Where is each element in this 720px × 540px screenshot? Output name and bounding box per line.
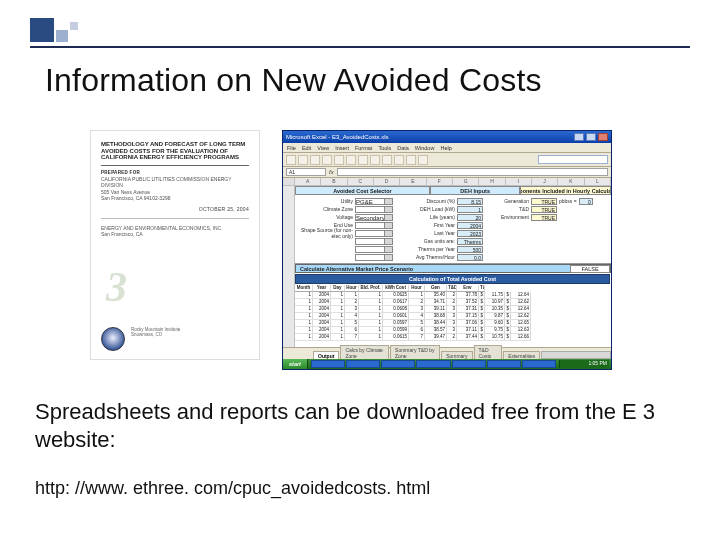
cut-icon[interactable]: [334, 155, 344, 165]
table-cell[interactable]: 10.97: [485, 299, 505, 306]
table-cell[interactable]: 0.0608: [383, 306, 409, 313]
table-cell[interactable]: 37.11: [457, 327, 479, 334]
column-header[interactable]: L: [585, 178, 611, 185]
input-value[interactable]: Therms: [457, 238, 483, 245]
calc-scenario-value[interactable]: FALSE: [570, 265, 610, 273]
table-cell[interactable]: 34.71: [425, 299, 447, 306]
zoom-icon[interactable]: [418, 155, 428, 165]
horizontal-scrollbar[interactable]: [541, 351, 611, 359]
dropdown[interactable]: Secondary: [355, 214, 393, 221]
table-cell[interactable]: 37.31: [457, 306, 479, 313]
table-cell[interactable]: 12.62: [511, 299, 531, 306]
table-header-cell[interactable]: Month: [295, 285, 313, 292]
column-header[interactable]: I: [506, 178, 532, 185]
table-cell[interactable]: 3: [409, 306, 425, 313]
table-cell[interactable]: 1: [295, 327, 313, 334]
save-icon[interactable]: [310, 155, 320, 165]
dropdown[interactable]: [355, 246, 393, 253]
table-cell[interactable]: 12.66: [511, 334, 531, 341]
table-cell[interactable]: 1: [331, 327, 345, 334]
taskbar-item[interactable]: [452, 360, 486, 368]
taskbar-item[interactable]: [311, 360, 345, 368]
table-cell[interactable]: 0.0625: [383, 292, 409, 299]
table-cell[interactable]: 37.78: [457, 292, 479, 299]
table-cell[interactable]: 38.44: [425, 320, 447, 327]
table-cell[interactable]: 0.0617: [383, 299, 409, 306]
name-box[interactable]: A1: [286, 168, 326, 176]
table-cell[interactable]: 39.47: [425, 334, 447, 341]
table-cell[interactable]: 3: [345, 306, 359, 313]
dropdown[interactable]: [355, 206, 393, 213]
input-value[interactable]: 8.15: [457, 198, 483, 205]
column-header[interactable]: G: [453, 178, 479, 185]
table-row[interactable]: 120041110.0625135.40237.78$11.75$12.64: [295, 292, 611, 299]
table-cell[interactable]: 6: [345, 327, 359, 334]
table-header-cell[interactable]: Env: [457, 285, 479, 292]
column-header[interactable]: H: [479, 178, 505, 185]
table-cell[interactable]: 11.75: [485, 292, 505, 299]
table-cell[interactable]: 2004: [313, 327, 331, 334]
menu-edit[interactable]: Edit: [302, 145, 311, 151]
taskbar-item[interactable]: [346, 360, 380, 368]
table-cell[interactable]: 2: [447, 292, 457, 299]
print-icon[interactable]: [322, 155, 332, 165]
table-cell[interactable]: 5: [345, 320, 359, 327]
table-cell[interactable]: 9.60: [485, 320, 505, 327]
table-cell[interactable]: 2004: [313, 320, 331, 327]
table-header-cell[interactable]: Year: [313, 285, 331, 292]
table-cell[interactable]: 12.64: [511, 292, 531, 299]
sheet-tab[interactable]: T&D Costs: [474, 345, 503, 360]
table-cell[interactable]: 2: [447, 299, 457, 306]
table-cell[interactable]: 1: [331, 313, 345, 320]
table-cell[interactable]: 7: [409, 334, 425, 341]
table-row[interactable]: 120041710.0615739.47237.44$10.75$12.66: [295, 334, 611, 341]
table-cell[interactable]: 10.35: [485, 306, 505, 313]
table-cell[interactable]: 7: [345, 334, 359, 341]
taskbar-item[interactable]: [487, 360, 521, 368]
table-header-cell[interactable]: Hour: [409, 285, 425, 292]
table-cell[interactable]: 1: [359, 299, 383, 306]
table-row[interactable]: 120041310.0608339.11337.31$10.35$12.64: [295, 306, 611, 313]
column-header[interactable]: A: [295, 178, 321, 185]
table-header-cell[interactable]: Day: [331, 285, 345, 292]
input-value[interactable]: 2004: [457, 222, 483, 229]
table-cell[interactable]: 1: [331, 306, 345, 313]
close-button[interactable]: [598, 133, 608, 141]
table-header-cell[interactable]: Hour: [345, 285, 359, 292]
table-cell[interactable]: 39.11: [425, 306, 447, 313]
dropdown[interactable]: [355, 238, 393, 245]
input-value[interactable]: 1: [457, 206, 483, 213]
column-header[interactable]: E: [400, 178, 426, 185]
menu-view[interactable]: View: [317, 145, 329, 151]
table-cell[interactable]: 6: [409, 327, 425, 334]
table-cell[interactable]: 1: [359, 292, 383, 299]
dropdown[interactable]: [355, 222, 393, 229]
table-cell[interactable]: 1: [295, 306, 313, 313]
table-cell[interactable]: 9.75: [485, 327, 505, 334]
sheet-tab[interactable]: Calcs by Climate Zone: [340, 345, 389, 360]
open-icon[interactable]: [298, 155, 308, 165]
table-cell[interactable]: 10.75: [485, 334, 505, 341]
table-cell[interactable]: 12.62: [511, 313, 531, 320]
taskbar-item[interactable]: [416, 360, 450, 368]
table-cell[interactable]: 4: [409, 313, 425, 320]
table-cell[interactable]: 3: [447, 306, 457, 313]
table-cell[interactable]: 0.0601: [383, 313, 409, 320]
table-cell[interactable]: 1: [359, 313, 383, 320]
table-cell[interactable]: 9.87: [485, 313, 505, 320]
worksheet[interactable]: ABCDEFGHIJKL Avoided Cost Selector DEH I…: [283, 178, 611, 347]
table-row[interactable]: 120041210.0617234.71237.52$10.97$12.62: [295, 299, 611, 306]
table-cell[interactable]: 2004: [313, 334, 331, 341]
column-headers[interactable]: ABCDEFGHIJKL: [283, 178, 611, 186]
table-header-cell[interactable]: kWh Cost: [383, 285, 409, 292]
table-cell[interactable]: 37.44: [457, 334, 479, 341]
input-value[interactable]: TRUE: [531, 206, 557, 213]
sort-icon[interactable]: [394, 155, 404, 165]
sheet-tab[interactable]: Summary T&D by Zone: [390, 345, 440, 360]
input-value[interactable]: TRUE: [531, 214, 557, 221]
table-cell[interactable]: 1: [345, 292, 359, 299]
table-cell[interactable]: 2004: [313, 292, 331, 299]
input-value[interactable]: 500: [457, 246, 483, 253]
table-header-cell[interactable]: T&D: [447, 285, 457, 292]
table-cell[interactable]: 37.15: [457, 313, 479, 320]
